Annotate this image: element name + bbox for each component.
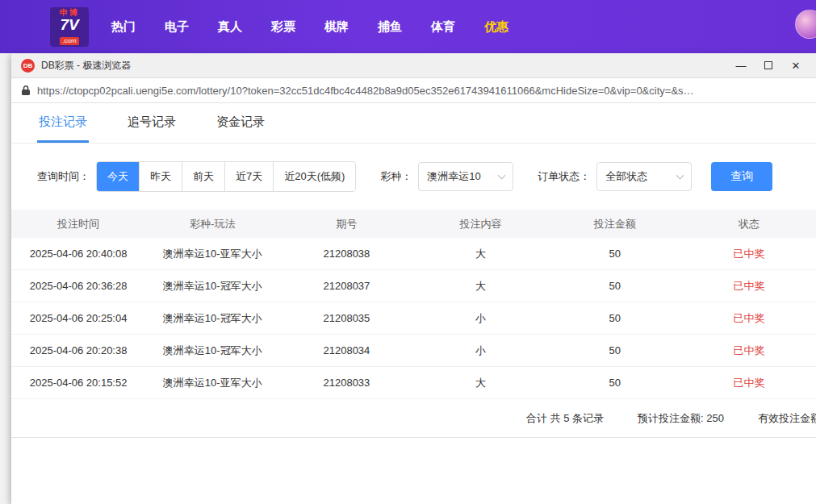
game-play-cell: 澳洲幸运10-冠军大小 <box>145 279 279 294</box>
summary-total: 合计 共 5 条记录 <box>526 411 604 426</box>
game-play-cell: 澳洲幸运10-冠军大小 <box>145 344 279 358</box>
header-bet-time: 投注时间 <box>11 217 145 231</box>
status-badge: 已中奖 <box>682 376 816 390</box>
nav-item-cards[interactable]: 棋牌 <box>323 15 350 40</box>
issue-cell: 21208035 <box>279 312 413 324</box>
summary-expected-amount: 预计投注金额: 250 <box>638 411 724 426</box>
status-filter-label: 订单状态： <box>538 169 590 184</box>
filter-bar: 查询时间： 今天 昨天 前天 近7天 近20天(低频) 彩种： 澳洲幸运10 订… <box>11 144 816 210</box>
address-bar[interactable]: https://ctopcp02pcali.uengi5e.com/lotter… <box>11 78 816 103</box>
bet-amount-cell: 50 <box>548 344 682 356</box>
summary-valid-amount: 有效投注金额 <box>758 411 816 426</box>
bet-time-cell: 2025-04-06 20:36:28 <box>11 280 145 292</box>
site-logo[interactable]: 申博 7V .com <box>50 7 89 47</box>
minimize-button[interactable]: — <box>727 56 755 75</box>
maximize-button[interactable] <box>755 56 782 75</box>
status-badge: 已中奖 <box>682 344 816 358</box>
nav-item-promo[interactable]: 优惠 <box>483 15 510 40</box>
app-icon: DB <box>21 59 35 73</box>
query-button[interactable]: 查询 <box>711 162 772 191</box>
table-row: 2025-04-06 20:40:08 澳洲幸运10-亚军大小 21208038… <box>11 238 816 270</box>
issue-cell: 21208033 <box>279 377 413 389</box>
bet-content-cell: 大 <box>414 279 548 294</box>
status-badge: 已中奖 <box>682 247 816 261</box>
tab-chase-records[interactable]: 追号记录 <box>126 103 178 143</box>
time-option-daybefore[interactable]: 前天 <box>182 162 225 191</box>
issue-cell: 21208034 <box>279 344 413 356</box>
nav-item-hot[interactable]: 热门 <box>110 15 137 40</box>
bet-content-cell: 大 <box>414 376 548 390</box>
lottery-select-value: 澳洲幸运10 <box>427 169 480 184</box>
nav-item-fishing[interactable]: 捕鱼 <box>376 15 404 40</box>
summary-bar: 合计 共 5 条记录 预计投注金额: 250 有效投注金额 <box>11 399 816 438</box>
header-bet-amount: 投注金额 <box>548 217 682 231</box>
lottery-select[interactable]: 澳洲幸运10 <box>418 162 513 191</box>
maximize-icon <box>764 61 772 69</box>
tab-bet-records[interactable]: 投注记录 <box>37 103 89 143</box>
table-row: 2025-04-06 20:25:04 澳洲幸运10-冠军大小 21208035… <box>11 302 816 335</box>
time-option-today[interactable]: 今天 <box>97 162 140 191</box>
window-title: DB彩票 - 极速浏览器 <box>41 59 131 73</box>
page-content: 投注记录 追号记录 资金记录 查询时间： 今天 昨天 前天 近7天 近20天(低… <box>11 103 816 504</box>
status-badge: 已中奖 <box>682 279 816 294</box>
chevron-down-icon <box>498 172 506 180</box>
table-row: 2025-04-06 20:36:28 澳洲幸运10-冠军大小 21208037… <box>11 270 816 302</box>
nav-item-live[interactable]: 真人 <box>216 15 244 40</box>
logo-text-sub: .com <box>60 37 78 45</box>
time-option-7days[interactable]: 近7天 <box>225 162 274 191</box>
close-button[interactable]: ✕ <box>782 56 810 75</box>
site-header: 申博 7V .com 热门 电子 真人 彩票 棋牌 捕鱼 体育 优惠 <box>0 0 816 53</box>
header-game-play: 彩种-玩法 <box>145 217 279 231</box>
order-status-select[interactable]: 全部状态 <box>596 162 692 191</box>
lottery-filter-label: 彩种： <box>380 169 412 184</box>
logo-text-cn: 申博 <box>52 9 86 17</box>
nav-item-sports[interactable]: 体育 <box>429 15 457 40</box>
issue-cell: 21208037 <box>279 280 413 292</box>
nav-item-slots[interactable]: 电子 <box>163 15 190 40</box>
bet-content-cell: 小 <box>414 344 548 358</box>
bet-time-cell: 2025-04-06 20:15:52 <box>11 377 145 389</box>
issue-cell: 21208038 <box>279 248 413 260</box>
record-tabs: 投注记录 追号记录 资金记录 <box>11 103 816 144</box>
main-nav: 热门 电子 真人 彩票 棋牌 捕鱼 体育 优惠 <box>110 15 510 40</box>
browser-window: DB DB彩票 - 极速浏览器 — ✕ https://ctopcp02pcal… <box>11 53 816 504</box>
game-play-cell: 澳洲幸运10-亚军大小 <box>145 376 279 390</box>
avatar[interactable] <box>795 10 816 39</box>
chevron-down-icon <box>676 172 684 180</box>
table-row: 2025-04-06 20:15:52 澳洲幸运10-亚军大小 21208033… <box>11 367 816 399</box>
bet-time-cell: 2025-04-06 20:40:08 <box>11 248 145 260</box>
bet-amount-cell: 50 <box>548 248 682 260</box>
time-option-20days[interactable]: 近20天(低频) <box>274 162 355 191</box>
nav-item-lottery[interactable]: 彩票 <box>270 15 297 40</box>
game-play-cell: 澳洲幸运10-冠军大小 <box>145 311 279 326</box>
status-badge: 已中奖 <box>682 311 816 326</box>
order-status-value: 全部状态 <box>605 169 647 184</box>
header-issue: 期号 <box>279 217 413 231</box>
window-titlebar: DB DB彩票 - 极速浏览器 — ✕ <box>11 53 816 78</box>
url-text: https://ctopcp02pcali.uengi5e.com/lotter… <box>37 85 694 97</box>
table-row: 2025-04-06 20:20:38 澳洲幸运10-冠军大小 21208034… <box>11 335 816 367</box>
logo-text-main: 7V <box>52 17 86 32</box>
header-status: 状态 <box>682 217 816 231</box>
game-play-cell: 澳洲幸运10-亚军大小 <box>145 247 279 261</box>
bet-content-cell: 小 <box>414 311 548 326</box>
window-controls: — ✕ <box>727 56 810 75</box>
time-option-yesterday[interactable]: 昨天 <box>140 162 182 191</box>
bet-amount-cell: 50 <box>548 377 682 389</box>
time-filter-label: 查询时间： <box>37 169 90 184</box>
bet-time-cell: 2025-04-06 20:20:38 <box>11 344 145 356</box>
table-header: 投注时间 彩种-玩法 期号 投注内容 投注金额 状态 <box>11 210 816 238</box>
bet-amount-cell: 50 <box>548 280 682 292</box>
tab-fund-records[interactable]: 资金记录 <box>215 103 266 143</box>
lock-icon <box>21 85 31 96</box>
bet-content-cell: 大 <box>414 247 548 261</box>
bet-time-cell: 2025-04-06 20:25:04 <box>11 312 145 324</box>
header-bet-content: 投注内容 <box>414 217 548 231</box>
time-range-group: 今天 昨天 前天 近7天 近20天(低频) <box>96 161 356 192</box>
bet-amount-cell: 50 <box>548 312 682 324</box>
